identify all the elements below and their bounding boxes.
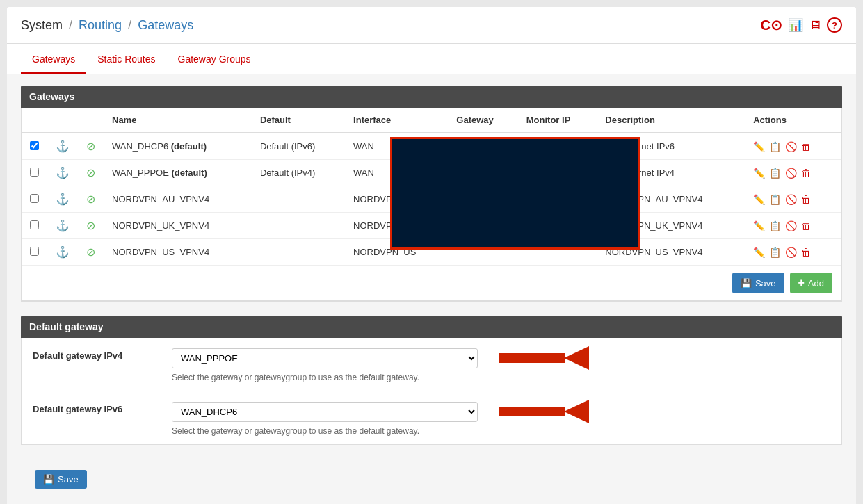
row2-anchor: ⚓: [47, 160, 78, 186]
ipv6-row: Default gateway IPv6 WAN_DHCP6 WAN_PPPOE…: [22, 391, 841, 444]
row5-check-input[interactable]: [30, 247, 39, 256]
breadcrumb-gateways: Gateways: [138, 18, 193, 32]
row4-checkbox: [22, 213, 47, 239]
row3-name: NORDVPN_AU_VPNV4: [104, 186, 252, 213]
tab-static-routes[interactable]: Static Routes: [86, 44, 166, 74]
breadcrumb-sep2: /: [128, 18, 135, 32]
breadcrumb-system: System: [21, 18, 63, 32]
chart-icon[interactable]: 📊: [788, 17, 803, 33]
col-description: Description: [597, 108, 745, 133]
row2-copy-btn[interactable]: 📋: [769, 168, 781, 179]
help-icon[interactable]: ?: [827, 17, 842, 33]
row2-delete-btn[interactable]: 🗑: [801, 168, 811, 179]
monitor-icon[interactable]: 🖥: [809, 18, 821, 33]
col-actions: Actions: [745, 108, 841, 133]
row1-check-input[interactable]: [30, 141, 39, 150]
row5-name: NORDVPN_US_VPNV4: [104, 239, 252, 266]
col-gateway: Gateway: [448, 108, 517, 133]
status-ok-icon: ⊘: [86, 167, 95, 179]
row5-default: [252, 239, 345, 266]
row3-actions: ✏️ 📋 🚫 🗑: [745, 186, 841, 213]
row4-delete-btn[interactable]: 🗑: [801, 220, 811, 231]
row3-checkbox: [22, 186, 47, 213]
ipv4-arrow: [499, 346, 589, 370]
col-interface: Interface: [345, 108, 448, 133]
status-ok-icon: ⊘: [86, 246, 95, 258]
row5-checkbox: [22, 239, 47, 266]
gateways-table-body: Name Default Interface Gateway Monitor I…: [21, 108, 842, 302]
row5-status: ⊘: [78, 239, 104, 266]
save-button[interactable]: 💾 Save: [732, 273, 784, 293]
page-header: System / Routing / Gateways C⊙ 📊 🖥 ?: [7, 7, 856, 44]
row2-disable-btn[interactable]: 🚫: [785, 168, 797, 179]
ipv4-select-row: WAN_PPPOE WAN_DHCP6 NORDVPN_AU_VPNV4 NOR…: [172, 346, 830, 370]
row5-delete-btn[interactable]: 🗑: [801, 247, 811, 258]
header-icons: C⊙ 📊 🖥 ?: [761, 17, 842, 33]
default-gateway-section: Default gateway Default gateway IPv4 WAN…: [21, 316, 842, 445]
row3-default: [252, 186, 345, 213]
gateways-section-header: Gateways: [21, 86, 842, 108]
ipv6-help-text: Select the gateway or gatewaygroup to us…: [172, 426, 830, 436]
row5-disable-btn[interactable]: 🚫: [785, 247, 797, 258]
row1-default: Default (IPv6): [252, 133, 345, 160]
row3-check-input[interactable]: [30, 194, 39, 203]
col-name: Name: [104, 108, 252, 133]
row4-check-input[interactable]: [30, 220, 39, 229]
anchor-icon: ⚓: [56, 220, 70, 231]
row2-edit-btn[interactable]: ✏️: [753, 168, 765, 179]
tab-gateway-groups[interactable]: Gateway Groups: [167, 44, 262, 74]
ipv6-select-row: WAN_DHCP6 WAN_PPPOE NORDVPN_AU_VPNV4 NOR…: [172, 400, 830, 423]
anchor-icon: ⚓: [56, 167, 70, 179]
row2-actions: ✏️ 📋 🚫 🗑: [745, 160, 841, 186]
row4-status: ⊘: [78, 213, 104, 239]
col-status: [78, 108, 104, 133]
save-icon: 💾: [741, 278, 752, 288]
page-content: Gateways Name Default: [7, 74, 856, 504]
row2-name: WAN_PPPOE (default): [104, 160, 252, 186]
add-icon: +: [798, 277, 805, 289]
breadcrumb-sep1: /: [69, 18, 76, 32]
status-ok-icon: ⊘: [86, 193, 95, 205]
breadcrumb-routing[interactable]: Routing: [79, 18, 122, 32]
ipv6-select[interactable]: WAN_DHCP6 WAN_PPPOE NORDVPN_AU_VPNV4 NOR…: [172, 402, 478, 422]
row5-copy-btn[interactable]: 📋: [769, 247, 781, 258]
row3-status: ⊘: [78, 186, 104, 213]
gateways-section: Gateways Name Default: [21, 86, 842, 302]
row2-check-input[interactable]: [30, 168, 39, 177]
tab-bar: Gateways Static Routes Gateway Groups: [7, 44, 856, 74]
row1-copy-btn[interactable]: 📋: [769, 141, 781, 152]
add-button[interactable]: + Add: [790, 273, 832, 293]
row4-name: NORDVPN_UK_VPNV4: [104, 213, 252, 239]
anchor-icon: ⚓: [56, 140, 70, 152]
col-checkbox: [22, 108, 47, 133]
status-ok-icon: ⊘: [86, 140, 95, 152]
ipv6-label: Default gateway IPv6: [33, 400, 172, 414]
row1-actions: ✏️ 📋 🚫 🗑: [745, 133, 841, 160]
ipv6-control: WAN_DHCP6 WAN_PPPOE NORDVPN_AU_VPNV4 NOR…: [172, 400, 830, 436]
bottom-save-area: 💾 Save: [21, 459, 842, 500]
bottom-save-icon: 💾: [43, 474, 54, 485]
row3-anchor: ⚓: [47, 186, 78, 213]
default-gateway-body: Default gateway IPv4 WAN_PPPOE WAN_DHCP6…: [21, 338, 842, 445]
bottom-save-button[interactable]: 💾 Save: [35, 470, 87, 489]
tab-gateways[interactable]: Gateways: [21, 44, 86, 74]
row4-copy-btn[interactable]: 📋: [769, 220, 781, 231]
cpu-icon[interactable]: C⊙: [761, 17, 782, 33]
ipv4-select[interactable]: WAN_PPPOE WAN_DHCP6 NORDVPN_AU_VPNV4 NOR…: [172, 348, 478, 368]
row1-edit-btn[interactable]: ✏️: [753, 141, 765, 152]
row1-checkbox: [22, 133, 47, 160]
row5-edit-btn[interactable]: ✏️: [753, 247, 765, 258]
row1-disable-btn[interactable]: 🚫: [785, 141, 797, 152]
row1-delete-btn[interactable]: 🗑: [801, 141, 811, 152]
row1-anchor: ⚓: [47, 133, 78, 160]
anchor-icon: ⚓: [56, 193, 70, 205]
row2-default: Default (IPv4): [252, 160, 345, 186]
row3-edit-btn[interactable]: ✏️: [753, 194, 765, 205]
row3-copy-btn[interactable]: 📋: [769, 194, 781, 205]
row3-delete-btn[interactable]: 🗑: [801, 194, 811, 205]
row4-edit-btn[interactable]: ✏️: [753, 220, 765, 231]
row3-disable-btn[interactable]: 🚫: [785, 194, 797, 205]
row5-actions: ✏️ 📋 🚫 🗑: [745, 239, 841, 266]
row4-disable-btn[interactable]: 🚫: [785, 220, 797, 231]
ipv6-arrow: [499, 400, 589, 423]
